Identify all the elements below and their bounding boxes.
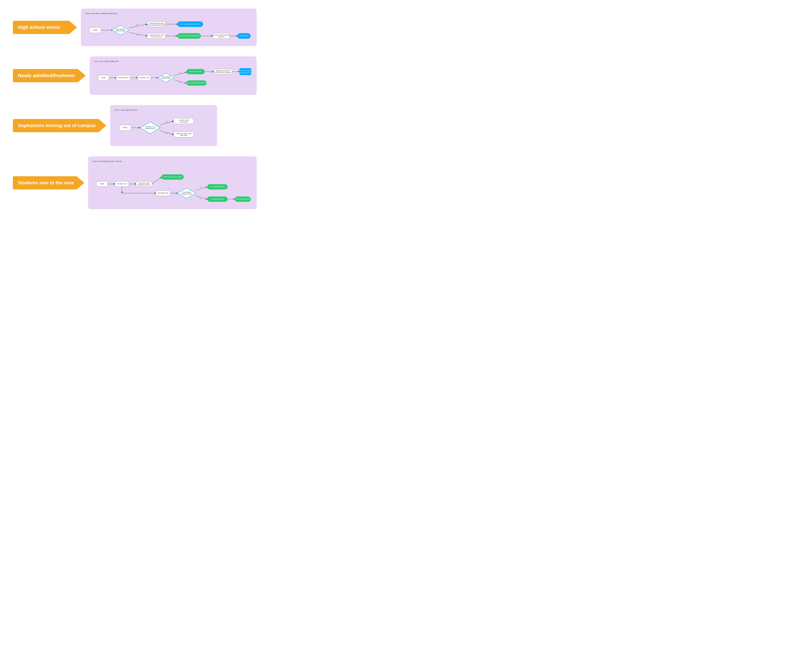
diagram-title-3: Find a safe neighbourhood bbox=[115, 109, 213, 111]
svg-text:Found #hiking-channel: Found #hiking-channel bbox=[236, 198, 250, 200]
svg-text:STARTER PACK HUB: STARTER PACK HUB bbox=[149, 23, 164, 24]
scenario-label-1: High school senior bbox=[13, 21, 77, 34]
svg-text:#BE SAFE: #BE SAFE bbox=[180, 134, 188, 136]
svg-text:Yes: Yes bbox=[200, 186, 202, 188]
svg-text:No: No bbox=[179, 72, 181, 73]
svg-text:Does Atlanta: Does Atlanta bbox=[182, 191, 191, 193]
diagram-title-1: Learn more about college applications bbox=[85, 12, 252, 15]
svg-text:HOME: HOME bbox=[101, 77, 106, 78]
svg-text:Have specific: Have specific bbox=[116, 28, 125, 30]
svg-text:school in mind?: school in mind? bbox=[115, 30, 126, 32]
diagram-box-4: Find a local hiking group in Atlanta HOM… bbox=[88, 156, 257, 209]
svg-text:HOME: HOME bbox=[93, 29, 98, 31]
svg-text:DETAILS: DETAILS bbox=[218, 36, 224, 38]
diagram-box-2: Learn more about college life HOME DISCO… bbox=[90, 57, 257, 95]
svg-text:View access only without joini: View access only without joining bbox=[235, 70, 252, 72]
svg-text:More specific: More specific bbox=[239, 35, 248, 37]
svg-text:hiking hub exist?: hiking hub exist? bbox=[181, 193, 192, 195]
svg-text:Search school name: Search school name bbox=[189, 71, 202, 72]
svg-text:Join Atlanta hiking hub: Join Atlanta hiking hub bbox=[210, 186, 225, 188]
svg-text:STUDENT HUB: STUDENT HUB bbox=[117, 183, 127, 185]
svg-text:Found link to #hiking-channel: Found link to #hiking-channel bbox=[163, 176, 182, 178]
svg-text:DISCOVER TAB: DISCOVER TAB bbox=[158, 192, 169, 194]
svg-text:STUDENT HUB: STUDENT HUB bbox=[139, 77, 149, 78]
scenario-row-2: Newly admitted/freshmen Learn more about… bbox=[13, 57, 257, 95]
svg-text:More general information here: More general information here bbox=[180, 23, 200, 25]
diagram-svg-1: HOME Have specific school in mind? No ST… bbox=[85, 17, 252, 42]
svg-line-100 bbox=[196, 196, 207, 199]
svg-text:HOME: HOME bbox=[123, 127, 127, 128]
scenario-row-1: High school senior Learn more about coll… bbox=[13, 9, 257, 46]
svg-text:#HOUSING: #HOUSING bbox=[180, 121, 188, 123]
scenario-label-3: Sophomore moving out of campus bbox=[13, 119, 106, 132]
scenario-label-2: Newly admitted/freshmen bbox=[13, 69, 86, 82]
diagram-box-1: Learn more about college applications HO… bbox=[81, 9, 257, 46]
svg-text:SCHOOL APPLICATION: SCHOOL APPLICATION bbox=[213, 34, 230, 36]
svg-text:No: No bbox=[136, 24, 139, 25]
svg-text:No: No bbox=[200, 198, 202, 200]
svg-text:through a school email.: through a school email. bbox=[238, 72, 252, 74]
svg-text:STARTER PACK HUB: STARTER PACK HUB bbox=[149, 34, 164, 36]
scenario-label-4: Students new to the area bbox=[13, 176, 84, 189]
diagram-title-2: Learn more about college life bbox=[94, 60, 252, 63]
diagram-svg-3: HOME Enrolled in the university hub? Yes… bbox=[115, 113, 213, 142]
diagram-svg-2: HOME DISCOVER TAB STUDENT HUB Have speci… bbox=[94, 64, 252, 91]
svg-text:#COLLEGE APPLICATION: #COLLEGE APPLICATION bbox=[147, 24, 165, 26]
svg-rect-53 bbox=[239, 68, 251, 75]
svg-text:RESOURCE PAGE: RESOURCE PAGE bbox=[138, 184, 150, 185]
svg-text:Join Atlanta local hub: Join Atlanta local hub bbox=[211, 198, 224, 200]
scenario-row-4: Students new to the area Find a local hi… bbox=[13, 156, 257, 209]
diagram-box-3: Find a safe neighbourhood HOME Enrolled … bbox=[110, 105, 217, 146]
diagram-svg-4: HOME STUDENT HUB #SCHOOL-CLUB RESOURCE P… bbox=[92, 165, 252, 206]
svg-text:HOME: HOME bbox=[100, 183, 104, 185]
svg-text:DISCOVER TAB: DISCOVER TAB bbox=[118, 77, 129, 78]
svg-text:PROTECTED STUDENT: PROTECTED STUDENT bbox=[215, 72, 231, 73]
svg-text:Yes: Yes bbox=[136, 34, 139, 36]
svg-text:Go to the specific school sect: Go to the specific school section bbox=[178, 35, 200, 37]
svg-text:#SCHOOL-CLUB: #SCHOOL-CLUB bbox=[139, 182, 150, 184]
scenario-row-3: Sophomore moving out of campus Find a sa… bbox=[13, 105, 257, 146]
svg-line-85 bbox=[152, 177, 161, 184]
svg-text:BROWSE SCHOOL'S: BROWSE SCHOOL'S bbox=[216, 70, 230, 72]
svg-text:No: No bbox=[165, 133, 167, 134]
svg-text:Yes: Yes bbox=[165, 121, 168, 122]
svg-text:Browse available student hubs: Browse available student hubs bbox=[187, 82, 206, 84]
diagram-title-4: Find a local hiking group in Atlanta bbox=[92, 160, 252, 162]
svg-text:Yes: Yes bbox=[179, 82, 181, 83]
svg-text:#US SCHOOLS: #US SCHOOLS bbox=[151, 36, 162, 38]
svg-text:school in mind?: school in mind? bbox=[161, 78, 171, 79]
svg-text:university hub?: university hub? bbox=[145, 128, 155, 130]
